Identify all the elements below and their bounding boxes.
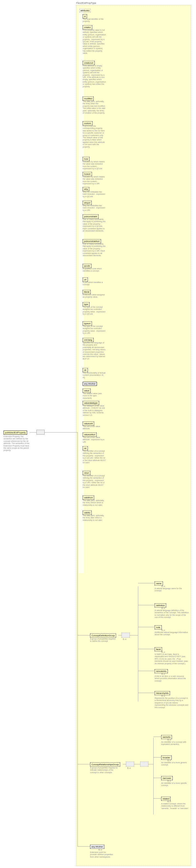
mult: 0..∞ bbox=[167, 760, 171, 761]
mult: 0..∞ bbox=[167, 801, 171, 802]
crg-seq bbox=[126, 762, 134, 767]
type-title: Flex2ExtPropType bbox=[76, 2, 96, 4]
desc: An identifier of a concept with equivale… bbox=[161, 741, 191, 746]
mult: 0..∞ bbox=[161, 607, 165, 609]
conn bbox=[153, 778, 161, 778]
other-label: any ##other bbox=[91, 845, 103, 848]
cdg-seq bbox=[122, 633, 130, 638]
cdg-child-hierarchyInfo: hierarchyInfo bbox=[155, 691, 170, 695]
desc: A related concept, where the relationshi… bbox=[161, 803, 191, 810]
conn bbox=[153, 798, 161, 799]
attr-literal: literal bbox=[83, 290, 91, 294]
attr-desc: Why the metadata has been included - exp… bbox=[83, 191, 106, 198]
attr-desc: The date (and, optionally, the time) bef… bbox=[83, 499, 106, 506]
attr-valuedatatype: valuedatatype bbox=[83, 401, 99, 405]
attr-desc: The date (and, optionally, the time) whe… bbox=[83, 100, 106, 114]
desc: A natural language definition of the sem… bbox=[155, 609, 189, 619]
crg-child-related: related bbox=[161, 797, 170, 801]
conn bbox=[153, 737, 161, 737]
attr-qcode: qcode bbox=[83, 264, 91, 268]
attr-id: id bbox=[83, 14, 87, 19]
mult: 0..∞ bbox=[167, 739, 171, 741]
desc: In NAR 1.8 and later, facet is deprecate… bbox=[155, 653, 189, 665]
attr-desc: The related value (see more in the spec … bbox=[83, 393, 106, 399]
desc: A natural language name for the concept. bbox=[155, 587, 189, 592]
crg-desc: A group of properties required to indica… bbox=[90, 767, 120, 774]
crg-child-narrower: narrower bbox=[161, 776, 173, 780]
attr-rel: rel bbox=[83, 446, 88, 450]
attr-creator: creator bbox=[83, 25, 92, 29]
attr-desc: The date (and, optionally, the time) aft… bbox=[83, 515, 106, 521]
concept-relationships-group: ConceptRelationshipsGroup bbox=[90, 763, 120, 767]
attr-desc: Specifies the language of this property … bbox=[83, 342, 106, 360]
mult: 0..∞ bbox=[161, 673, 165, 675]
conn-root-h bbox=[30, 432, 36, 433]
root-seq bbox=[36, 430, 45, 435]
crg-label: ConceptRelationshipsGroup bbox=[91, 763, 119, 766]
attr-valueunit: valueunit bbox=[83, 422, 94, 426]
cdg-child-remoteInfo: remoteInfo bbox=[155, 669, 168, 673]
cdg-mult: 0..∞ bbox=[123, 638, 126, 640]
cdg-child-note: note bbox=[155, 625, 162, 629]
attr-desc: The type of the concept assigned as cont… bbox=[83, 306, 106, 315]
attr-desc: The local identifier of the property. bbox=[83, 18, 106, 23]
attr-desc: Indicates by which means the value was e… bbox=[83, 176, 106, 185]
attr-desc: If the attribute is empty, specifies whi… bbox=[83, 65, 106, 88]
any-other-elem: any ##other bbox=[90, 845, 104, 849]
attr-desc: If the property value is not defined, sp… bbox=[83, 29, 106, 54]
root-desc: Extension Property: the semantics are de… bbox=[4, 435, 30, 452]
attr-valueunituri: valueunituri bbox=[83, 433, 96, 437]
crg-choice bbox=[140, 762, 148, 767]
attr-desc: The type of the concept assigned as cont… bbox=[83, 325, 106, 335]
attr-typeuri: typeuri bbox=[83, 321, 92, 326]
attr-desc: The unit of the value attribute - expres… bbox=[83, 436, 106, 443]
crg-mult: 0..∞ bbox=[127, 767, 131, 769]
attr-desc: Why the metadata has been included - exp… bbox=[83, 205, 106, 212]
cdg-seq-in bbox=[118, 635, 122, 636]
desc: An identifier of a more specific concept… bbox=[161, 782, 191, 787]
attr-desc: The identifier of a concept defining the… bbox=[83, 450, 106, 464]
mult: 0..∞ bbox=[161, 629, 165, 631]
attr-desc: One or many constraints that apply to pu… bbox=[83, 218, 106, 232]
attr-desc: A free-text value assigned as property v… bbox=[83, 294, 106, 299]
attr-desc: The directionality of textual content (e… bbox=[83, 372, 106, 379]
desc: An identifier of a more generic concept. bbox=[161, 762, 191, 766]
attr-anyother: any ##other bbox=[83, 382, 97, 386]
spine-v bbox=[77, 432, 78, 846]
attr-pubconstraint: pubconstraint bbox=[83, 214, 99, 219]
diagram-canvas: Flex2ExtPropType publishedExtProperty Ex… bbox=[0, 0, 196, 868]
attr-desc: If set to true the corresponding propert… bbox=[83, 125, 106, 148]
conn bbox=[138, 605, 154, 605]
attr-desc: The unit of the value attribute. bbox=[83, 425, 106, 430]
mult: 0..∞ bbox=[161, 651, 165, 653]
conn bbox=[138, 671, 154, 671]
desc: Additional natural language information … bbox=[155, 631, 189, 636]
other-mult: 0..∞ bbox=[99, 849, 102, 851]
crg-child-sameAs: sameAs bbox=[161, 735, 172, 739]
attr-why: why bbox=[83, 187, 89, 191]
other-conn bbox=[77, 846, 90, 847]
mult: 0..∞ bbox=[161, 695, 165, 697]
crg-child-broader: broader bbox=[161, 755, 172, 760]
attr-whyuri: whyuri bbox=[83, 201, 92, 205]
cdg-seq-out bbox=[130, 635, 138, 636]
attr-how: how bbox=[83, 157, 89, 161]
conn bbox=[138, 693, 154, 693]
attr-uri: uri bbox=[83, 278, 88, 282]
attr-desc: The identifier of a concept defining the… bbox=[83, 475, 106, 489]
attr-type: type bbox=[83, 302, 89, 306]
attr-desc: A qualified code which identifies a conc… bbox=[83, 268, 106, 272]
attr-desc: One or many constraints that apply to pu… bbox=[83, 243, 106, 257]
attr-custom: custom bbox=[83, 121, 92, 125]
conn bbox=[153, 757, 161, 757]
cdg-desc: A group of properties required to define… bbox=[90, 638, 116, 643]
attr-value: value bbox=[83, 389, 91, 393]
cdg-label: ConceptDefinitionGroup bbox=[91, 634, 115, 637]
attr-howuri: howuri bbox=[83, 172, 92, 176]
attr-validto: validto bbox=[83, 510, 92, 515]
attributes-label: attributes bbox=[80, 9, 89, 12]
conn bbox=[138, 583, 154, 583]
attr-pubconstrainturi: pubconstrainturi bbox=[83, 239, 101, 243]
mult: 0..∞ bbox=[161, 585, 165, 587]
attr-desc: A URI which identifies a concept. bbox=[83, 281, 106, 286]
